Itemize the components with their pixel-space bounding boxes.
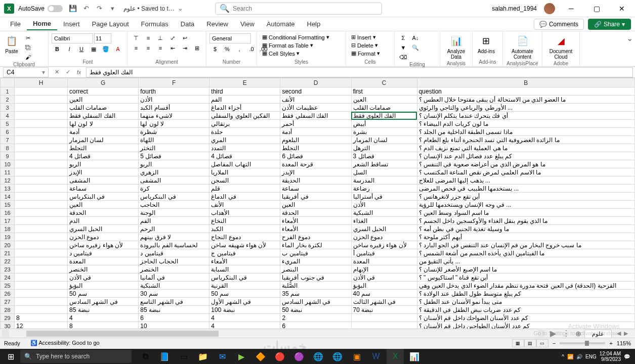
col-header-H[interactable]: H [15,78,68,87]
cell[interactable]: فيتامين أ [351,249,417,257]
row-header[interactable]: 12 [1,176,15,185]
cell[interactable]: 2 [280,314,351,322]
cell[interactable]: لكثرة بخار الماء [280,241,351,249]
cell[interactable]: فيتامين د [68,249,139,257]
cell[interactable]: في وجه الإنسان ويستخدمها للرؤية ... [417,201,634,209]
bold-button[interactable]: B [52,44,63,54]
row-header[interactable]: 16 [1,209,15,217]
row-header[interactable]: 15 [1,201,15,209]
increase-indent-icon[interactable]: ⇥ [179,43,190,53]
row-header[interactable]: 21 [1,249,15,257]
cell[interactable]: فيتامين ب [280,249,351,257]
cell[interactable]: الأنف [280,96,351,104]
cell[interactable]: كم يبلغ متوسط طول الطفل عند الولادة ؟ [417,290,634,298]
minimize-button[interactable]: ─ [562,0,580,17]
row-header[interactable]: 22 [1,257,15,265]
cell[interactable]: ما الفيتامين الذي يأخذه الجسم من أشعة ال… [417,249,634,257]
cell[interactable]: fourth [139,87,209,96]
cell[interactable]: في الشهر السادس [280,298,351,306]
cell[interactable]: صمامات القلب [351,104,417,112]
cell[interactable] [15,193,68,201]
cell[interactable]: third [209,87,280,96]
cell[interactable]: 4 [209,322,280,329]
cell[interactable]: 5 فصائل [139,152,209,160]
cell[interactable]: الأهداب [209,209,280,217]
cell[interactable]: الأمعاء [209,257,280,265]
cell[interactable]: لأن هواء زفيره ساخن [68,241,139,249]
row-header[interactable]: 13 [1,185,15,193]
cell[interactable]: العين [68,201,139,209]
cell[interactable]: دموع النجاح [209,233,280,241]
fill-color-button[interactable]: 🪣 [100,44,111,54]
cell[interactable]: لا لون لها [68,120,139,128]
cell[interactable]: الرحم [139,225,209,233]
cell[interactable]: الأذن [139,96,209,104]
undo-icon[interactable]: ↶ [82,5,90,13]
cell-styles-button[interactable]: ▦ Cell Styles ▾ [260,50,302,57]
cell[interactable]: الترهل [351,144,417,152]
start-button[interactable]: ⊞ [2,349,19,364]
conditional-formatting-button[interactable]: ▦ Conditional Formatting ▾ [260,33,331,41]
search-box[interactable]: 🔍 [215,3,382,15]
row-header[interactable]: 3 [1,104,15,112]
cell[interactable]: الربو [68,160,139,168]
cell[interactable]: الإيدز [280,168,351,176]
cell[interactable] [15,209,68,217]
row-header[interactable]: 20 [1,241,15,249]
cell[interactable]: متى يبدأ نمو الأسنان عند الطفل ؟ [417,298,634,306]
cell[interactable] [15,128,68,136]
cell[interactable]: كم يبلغ عدد فصائل الدم عند الإنسان ؟ [417,152,634,160]
cell[interactable]: 40 سم [351,290,417,298]
cell[interactable]: النخاع [209,217,280,225]
clear-icon[interactable]: ⌫ [398,53,409,62]
page-break-view-icon[interactable]: ▭ [536,339,548,347]
collapse-ribbon-icon[interactable]: ⌄ [624,31,635,66]
cell[interactable]: لسان المزمار [351,136,417,144]
decrease-indent-icon[interactable]: ⇤ [167,43,178,53]
cell[interactable]: التجلط [68,144,139,152]
col-header-D[interactable]: D [280,78,351,87]
cell[interactable]: ماذا تسمى الطبقة الداخلية من الجلد ؟ [417,128,634,136]
cell[interactable]: سماعة [68,185,139,193]
page-layout-view-icon[interactable]: ▤ [524,339,536,347]
cell[interactable]: في الأذن [68,274,139,282]
cell[interactable]: جلدة [209,128,280,136]
cell[interactable]: التجلط [280,144,351,152]
cell[interactable]: كم عدد الأسنان الطواحين داخل فم الأسنان … [417,322,634,329]
cell[interactable] [15,136,68,144]
cell[interactable]: الحجاب الحاجز [139,257,209,265]
cell[interactable]: 85 نبضة [68,306,139,314]
cell[interactable]: يستخدمها الطبيب في فحص المرضى ... [417,185,634,193]
row-header[interactable]: 10 [1,160,15,168]
copy-icon[interactable]: ⿻ [22,43,33,52]
cell[interactable]: الزهري [139,168,209,176]
align-middle-icon[interactable]: ≡ [143,33,154,42]
cell[interactable]: العين [280,201,351,209]
cell[interactable]: لسان المزمار [68,136,139,144]
merge-icon[interactable]: ⊞ [191,43,202,53]
cell[interactable]: الإيدز [68,168,139,176]
cell[interactable] [15,217,68,225]
excel-taskbar-icon[interactable]: X [387,349,404,364]
cell[interactable]: الوجنة [139,209,209,217]
cell[interactable]: ما اسم السواد وسط العين ؟ [417,209,634,217]
col-header-G[interactable]: G [68,78,139,87]
cell[interactable]: في البنكرياس [139,193,209,201]
cell[interactable]: ما الذي يقوم بنقل الغذاء والأوكسجين داخل… [417,217,634,225]
taskbar-app-icon[interactable]: 🟣 [290,349,308,364]
cell[interactable]: رضاعة [351,185,417,193]
cell[interactable]: أدمة [280,128,351,136]
tab-automate[interactable]: Automate [261,18,301,30]
cell[interactable]: سماعة [280,185,351,193]
cell[interactable]: 50 سم [209,290,280,298]
cell[interactable] [15,298,68,306]
zoom-in-icon[interactable]: + [609,340,612,346]
cell[interactable]: الخنصر [139,265,209,274]
cell[interactable]: السجن [209,176,280,185]
comma-icon[interactable]: , [234,44,245,54]
format-as-table-button[interactable]: ▦ Format as Table ▾ [260,41,315,49]
cell[interactable]: أقسام الكبد [139,104,209,112]
cell[interactable]: 70 نبضة [351,306,417,314]
autosave-toggle[interactable]: AutoSave [18,5,63,12]
cell[interactable] [15,185,68,193]
